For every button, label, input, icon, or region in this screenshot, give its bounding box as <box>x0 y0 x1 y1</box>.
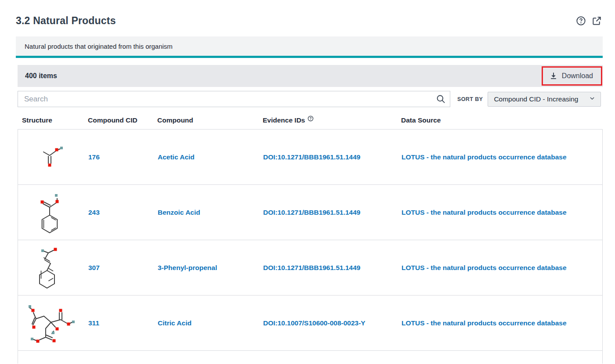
table-row: 176Acetic AcidDOI:10.1271/BBB1961.51.144… <box>18 130 602 185</box>
compound-cid-link[interactable]: 307 <box>88 264 100 271</box>
download-label: Download <box>562 72 593 80</box>
column-header-data-source: Data Source <box>397 116 603 124</box>
evidence-id-cell: DOI:10.1007/S10600-008-0023-Y <box>259 319 397 327</box>
compound-cell: Benzoic Acid <box>153 209 259 216</box>
search-sort-row: SORT BY Compound CID - Increasing <box>18 91 603 107</box>
evidence-id-cell: DOI:10.1271/BBB1961.51.1449 <box>259 264 397 272</box>
evidence-help-icon[interactable] <box>308 115 314 123</box>
search-icon[interactable] <box>436 94 446 106</box>
compound-cid-cell: 176 <box>84 153 153 161</box>
evidence-id-cell: DOI:10.1271/BBB1961.51.1449 <box>259 209 397 216</box>
download-button[interactable]: Download <box>542 66 602 86</box>
evidence-id-cell: DOI:10.1271/BBB1961.51.1449 <box>259 153 397 161</box>
table-row: 311Citric AcidDOI:10.1007/S10600-008-002… <box>18 296 602 351</box>
evidence-id-link[interactable]: DOI:10.1271/BBB1961.51.1449 <box>263 153 360 161</box>
search-box <box>18 91 450 107</box>
compound-cid-cell: 311 <box>84 319 153 327</box>
chevron-down-icon <box>589 95 595 103</box>
section-description-bar: Natural products that originated from th… <box>16 36 603 58</box>
download-icon <box>549 72 558 80</box>
structure-image-acetic-acid[interactable] <box>18 136 84 178</box>
section-header-icons <box>576 16 602 26</box>
sort-by-label: SORT BY <box>457 96 483 102</box>
compound-name-link[interactable]: Benzoic Acid <box>158 209 200 216</box>
table-header: Structure Compound CID Compound Evidence… <box>18 112 603 130</box>
evidence-id-link[interactable]: DOI:10.1007/S10600-008-0023-Y <box>263 319 365 327</box>
compound-name-link[interactable]: 3-Phenyl-propenal <box>158 264 217 271</box>
compound-cell: Citric Acid <box>153 319 259 327</box>
data-source-link[interactable]: LOTUS - the natural products occurrence … <box>402 264 567 271</box>
natural-products-section: 3.2 Natural Products Natural products th… <box>0 15 615 364</box>
column-header-evidence-ids: Evidence IDs <box>258 116 397 124</box>
compound-cid-link[interactable]: 243 <box>88 209 100 216</box>
sort-dropdown[interactable]: Compound CID - Increasing <box>488 92 601 107</box>
table-row: 243Benzoic AcidDOI:10.1271/BBB1961.51.14… <box>18 185 602 240</box>
data-source-link[interactable]: LOTUS - the natural products occurrence … <box>402 209 567 216</box>
column-header-compound-cid: Compound CID <box>83 116 153 124</box>
sort-selected-value: Compound CID - Increasing <box>494 95 578 103</box>
natural-products-table: Structure Compound CID Compound Evidence… <box>18 112 603 364</box>
compound-name-link[interactable]: Citric Acid <box>158 319 192 327</box>
search-input[interactable] <box>18 91 450 107</box>
results-toolbar: 400 items Download <box>18 65 603 87</box>
data-source-link[interactable]: LOTUS - the natural products occurrence … <box>402 319 567 327</box>
data-source-link[interactable]: LOTUS - the natural products occurrence … <box>402 153 567 161</box>
section-description: Natural products that originated from th… <box>25 43 173 50</box>
compound-cell: Acetic Acid <box>153 153 259 161</box>
external-link-icon[interactable] <box>592 16 602 26</box>
data-source-cell: LOTUS - the natural products occurrence … <box>397 264 602 272</box>
page-title: 3.2 Natural Products <box>16 15 116 27</box>
compound-cid-link[interactable]: 176 <box>88 153 100 161</box>
column-header-compound: Compound <box>153 116 258 124</box>
structure-image-citric-acid[interactable] <box>18 297 84 350</box>
evidence-id-link[interactable]: DOI:10.1271/BBB1961.51.1449 <box>263 209 360 216</box>
evidence-ids-label: Evidence IDs <box>263 116 305 124</box>
compound-cid-cell: 243 <box>84 209 153 216</box>
column-header-structure: Structure <box>18 116 83 124</box>
structure-image-benzoic-acid[interactable] <box>18 187 84 238</box>
table-row-partial <box>18 351 602 364</box>
help-icon[interactable] <box>576 16 586 26</box>
compound-name-link[interactable]: Acetic Acid <box>158 153 195 161</box>
compound-cid-cell: 307 <box>84 264 153 272</box>
data-source-cell: LOTUS - the natural products occurrence … <box>397 319 602 327</box>
structure-image-3-phenyl-propenal[interactable] <box>18 242 84 293</box>
table-body: 176Acetic AcidDOI:10.1271/BBB1961.51.144… <box>18 130 603 364</box>
data-source-cell: LOTUS - the natural products occurrence … <box>397 209 602 216</box>
compound-cell: 3-Phenyl-propenal <box>153 264 259 272</box>
data-source-cell: LOTUS - the natural products occurrence … <box>397 153 602 161</box>
section-header: 3.2 Natural Products <box>16 15 602 27</box>
items-count: 400 items <box>25 72 57 80</box>
evidence-id-link[interactable]: DOI:10.1271/BBB1961.51.1449 <box>263 264 360 271</box>
table-row: 3073-Phenyl-propenalDOI:10.1271/BBB1961.… <box>18 240 602 296</box>
compound-cid-link[interactable]: 311 <box>88 319 99 327</box>
